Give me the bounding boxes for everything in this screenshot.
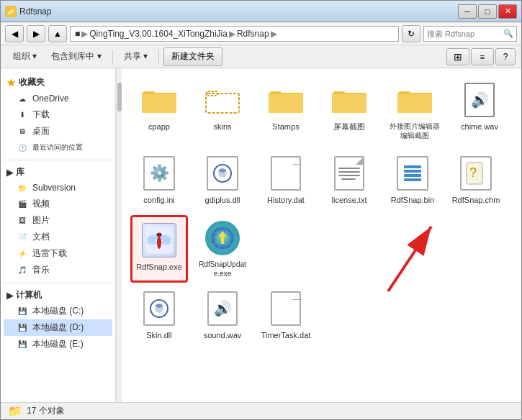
file-item-screenshot[interactable]: 屏幕截图 [320, 77, 378, 145]
refresh-button[interactable]: ↻ [402, 25, 420, 42]
sidebar-item-label: 本地磁盘 (E:) [32, 338, 84, 350]
path-root: ■ [75, 29, 80, 39]
view-details-button[interactable]: ≡ [471, 48, 494, 65]
sidebar-item-docs[interactable]: 📄 文档 [4, 229, 112, 245]
forward-button[interactable]: ▶ [27, 25, 45, 42]
file-item-sound-wav[interactable]: 🔊 sound.wav [194, 286, 251, 344]
file-item-cpapp[interactable]: cpapp [130, 77, 188, 145]
file-item-rdfsnap-update[interactable]: RdfSnapUpdate.exe [194, 215, 251, 283]
sidebar-item-drive-e[interactable]: 💾 本地磁盘 (E:) [4, 336, 112, 352]
drive-c-icon: 💾 [17, 306, 28, 317]
search-box[interactable]: 🔍 [423, 26, 517, 42]
expand-icon-2: ▶ [6, 291, 13, 301]
file-area[interactable]: cpapp skins [122, 68, 521, 402]
path-rdfsnap: Rdfsnap [237, 29, 269, 39]
help-button[interactable]: ? [495, 48, 516, 65]
sidebar-item-thunder[interactable]: ⚡ 迅雷下载 [4, 245, 112, 262]
config-icon: ⚙️ [140, 155, 178, 192]
share-button[interactable]: 共享 ▾ [117, 47, 154, 66]
file-item-config[interactable]: ⚙️ config.ini [130, 150, 188, 209]
doc-icon: 📄 [17, 232, 28, 243]
sidebar-scrollbar[interactable] [116, 68, 122, 402]
file-item-stamps[interactable]: Stamps [257, 77, 315, 145]
sidebar-item-onedrive[interactable]: ☁ OneDrive [4, 91, 112, 106]
window-icon: 📁 [5, 6, 17, 17]
scroll-thumb[interactable] [117, 83, 122, 111]
minimize-button[interactable]: ─ [458, 4, 477, 19]
main-area: ★ 收藏夹 ☁ OneDrive ⬇ 下载 🖥 桌面 🕐 最近访问的位置 [1, 68, 521, 402]
title-bar-left: 📁 Rdfsnap [5, 6, 52, 17]
file-item-chime[interactable]: 🔊 chime.wav [451, 77, 508, 145]
file-item-rdfsnap-chm[interactable]: ? RdfSnap.chm [447, 150, 505, 209]
view-toggle-button[interactable]: ⊞ [446, 48, 469, 65]
back-button[interactable]: ◀ [5, 25, 24, 42]
organize-button[interactable]: 组织 ▾ [6, 47, 43, 66]
favorites-section: ★ 收藏夹 ☁ OneDrive ⬇ 下载 🖥 桌面 🕐 最近访问的位置 [4, 74, 112, 155]
new-folder-button[interactable]: 新建文件夹 [163, 47, 222, 66]
file-item-rdfsnap-exe[interactable]: RdfSnap.exe [130, 215, 188, 283]
status-folder-icon: 📁 [8, 404, 22, 418]
file-item-history[interactable]: History.dat [257, 150, 315, 209]
svg-rect-17 [404, 170, 421, 173]
file-item-timertask[interactable]: TimerTask.dat [257, 286, 315, 344]
sidebar: ★ 收藏夹 ☁ OneDrive ⬇ 下载 🖥 桌面 🕐 最近访问的位置 [1, 68, 116, 402]
computer-header[interactable]: ▶ 计算机 [4, 286, 112, 303]
dll-icon-gdiplus [204, 155, 241, 192]
title-bar-controls: ─ □ ✕ [458, 4, 517, 19]
svg-rect-19 [404, 178, 421, 181]
file-label: sound.wav [204, 330, 242, 340]
clock-icon: 🕐 [17, 142, 28, 153]
sidebar-item-label: 图片 [32, 214, 50, 227]
file-item-skin-dll[interactable]: Skin.dll [130, 286, 188, 344]
folder-icon-stamps [267, 81, 305, 119]
file-item-gdiplus[interactable]: gdiplus.dll [194, 150, 251, 209]
file-item-rdfsnap-bin[interactable]: RdfSnap.bin [384, 150, 441, 209]
bin-icon [394, 155, 431, 192]
star-icon: ★ [6, 77, 16, 88]
sidebar-item-label: 音乐 [32, 264, 50, 276]
music-icon: 🎵 [17, 265, 28, 276]
file-label: config.ini [143, 195, 174, 205]
include-button[interactable]: 包含到库中 ▾ [45, 47, 107, 66]
svg-rect-7 [269, 94, 303, 113]
sidebar-item-recent[interactable]: 🕐 最近访问的位置 [4, 140, 112, 155]
sidebar-item-download[interactable]: ⬇ 下载 [4, 106, 112, 123]
libraries-section: ▶ 库 📁 Subversion 🎬 视频 🖼 图片 📄 文档 [4, 163, 112, 278]
sidebar-item-music[interactable]: 🎵 音乐 [4, 262, 112, 278]
file-label: RdfSnap.chm [452, 195, 500, 205]
file-label: TimerTask.dat [261, 330, 311, 340]
address-path[interactable]: ■ ▶ QingTing_V3.00.1604_XiTongZhiJia ▶ R… [70, 26, 399, 42]
libraries-header[interactable]: ▶ 库 [4, 163, 112, 180]
sidebar-item-video[interactable]: 🎬 视频 [4, 196, 112, 212]
status-count: 17 个对象 [27, 405, 65, 417]
sidebar-item-desktop[interactable]: 🖥 桌面 [4, 123, 112, 140]
status-bar: 📁 17 个对象 [1, 402, 521, 419]
sidebar-item-label: 迅雷下载 [32, 247, 67, 260]
close-button[interactable]: ✕ [498, 4, 517, 19]
generic-icon-timertask [267, 290, 305, 327]
file-item-exteditor[interactable]: 外接图片编辑器编辑截图 [384, 77, 445, 145]
svg-point-29 [157, 234, 159, 236]
window: 📁 Rdfsnap ─ □ ✕ ◀ ▶ ▲ ■ ▶ QingTing_V3.00… [0, 0, 522, 420]
file-label: chime.wav [461, 122, 498, 132]
up-button[interactable]: ▲ [48, 25, 67, 42]
sidebar-item-subversion[interactable]: 📁 Subversion [4, 180, 112, 196]
svg-rect-10 [332, 94, 366, 113]
drive-d-icon: 💾 [17, 322, 28, 334]
svg-rect-2 [142, 94, 176, 113]
sidebar-item-drive-c[interactable]: 💾 本地磁盘 (C:) [4, 303, 112, 319]
file-label: cpapp [148, 122, 170, 132]
sidebar-item-pictures[interactable]: 🖼 图片 [4, 212, 112, 229]
search-input[interactable] [427, 29, 502, 38]
file-label: license.txt [332, 195, 367, 205]
sidebar-item-drive-d[interactable]: 💾 本地磁盘 (D:) [4, 319, 112, 336]
generic-icon-history [267, 155, 305, 192]
toolbar-separator [112, 50, 113, 64]
file-item-skins[interactable]: skins [194, 77, 251, 145]
file-label: RdfSnap.exe [136, 262, 182, 272]
file-item-license[interactable]: license.txt [320, 150, 378, 209]
maximize-button[interactable]: □ [478, 4, 497, 19]
file-grid-row2: Skin.dll 🔊 sound.wav [130, 286, 513, 344]
favorites-header[interactable]: ★ 收藏夹 [4, 74, 112, 91]
file-label: RdfSnap.bin [391, 195, 435, 205]
